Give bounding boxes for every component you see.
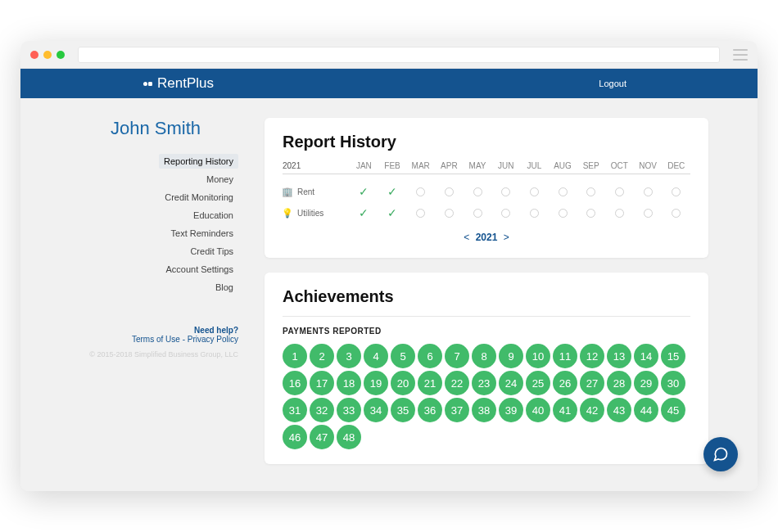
badges-grid: 1234567891011121314151617181920212223242… bbox=[283, 344, 690, 449]
sidebar: John Smith Reporting HistoryMoneyCredit … bbox=[20, 98, 250, 491]
sidebar-item-credit-tips[interactable]: Credit Tips bbox=[20, 244, 238, 259]
achievement-badge: 31 bbox=[283, 398, 307, 422]
month-header: OCT bbox=[605, 161, 634, 170]
need-help-link[interactable]: Need help? bbox=[20, 326, 238, 335]
achievement-badge: 27 bbox=[580, 371, 604, 395]
sidebar-item-blog[interactable]: Blog bbox=[20, 280, 238, 295]
status-cell bbox=[406, 209, 435, 218]
empty-circle-icon bbox=[615, 187, 624, 196]
achievement-badge: 36 bbox=[418, 398, 442, 422]
achievement-badge: 28 bbox=[607, 371, 631, 395]
status-cell bbox=[406, 187, 435, 196]
year-prev-button[interactable]: < bbox=[460, 232, 473, 243]
brand-text: RentPlus bbox=[157, 75, 214, 92]
month-header: JAN bbox=[350, 161, 378, 170]
year-next-button[interactable]: > bbox=[500, 232, 513, 243]
achievement-badge: 35 bbox=[391, 398, 415, 422]
status-cell: ✓ bbox=[378, 185, 407, 198]
month-header: NOV bbox=[634, 161, 663, 170]
sidebar-item-text-reminders[interactable]: Text Reminders bbox=[20, 226, 238, 241]
achievement-badge: 39 bbox=[499, 398, 523, 422]
main: Report History 2021 JANFEBMARAPRMAYJUNJU… bbox=[250, 98, 758, 491]
check-icon: ✓ bbox=[359, 206, 369, 219]
achievement-badge: 2 bbox=[310, 344, 334, 368]
achievement-badge: 42 bbox=[580, 398, 604, 422]
empty-circle-icon bbox=[416, 209, 425, 218]
status-cell: ✓ bbox=[378, 206, 407, 219]
status-cell bbox=[549, 209, 577, 218]
status-cell bbox=[605, 209, 634, 218]
achievement-badge: 48 bbox=[337, 425, 361, 449]
table-row: 🏢Rent✓✓ bbox=[283, 181, 690, 202]
check-icon: ✓ bbox=[359, 185, 369, 198]
empty-circle-icon bbox=[644, 187, 653, 196]
sidebar-item-reporting-history[interactable]: Reporting History bbox=[159, 154, 238, 169]
empty-circle-icon bbox=[416, 187, 425, 196]
terms-link[interactable]: Terms of Use bbox=[132, 335, 180, 344]
empty-circle-icon bbox=[530, 209, 539, 218]
month-header: AUG bbox=[549, 161, 577, 170]
page: John Smith Reporting HistoryMoneyCredit … bbox=[20, 98, 758, 491]
window-maximize-icon[interactable] bbox=[57, 51, 65, 59]
status-cell bbox=[549, 187, 577, 196]
row-label: 💡Utilities bbox=[283, 208, 350, 218]
empty-circle-icon bbox=[501, 187, 510, 196]
address-bar[interactable] bbox=[78, 47, 720, 63]
report-table-head: 2021 JANFEBMARAPRMAYJUNJULAUGSEPOCTNOVDE… bbox=[283, 161, 690, 174]
achievement-badge: 17 bbox=[310, 371, 334, 395]
achievements-title: Achievements bbox=[283, 287, 690, 306]
month-header: JUL bbox=[520, 161, 549, 170]
copyright: © 2015-2018 Simplified Business Group, L… bbox=[20, 350, 238, 360]
row-label-text: Utilities bbox=[297, 209, 323, 218]
table-row: 💡Utilities✓✓ bbox=[283, 202, 690, 223]
month-header: DEC bbox=[662, 161, 690, 170]
row-label: 🏢Rent bbox=[283, 187, 350, 196]
row-label-text: Rent bbox=[297, 187, 314, 196]
window-close-icon[interactable] bbox=[30, 51, 38, 59]
logout-link[interactable]: Logout bbox=[599, 79, 626, 88]
sidebar-item-credit-monitoring[interactable]: Credit Monitoring bbox=[20, 190, 238, 205]
month-header: MAR bbox=[406, 161, 435, 170]
empty-circle-icon bbox=[559, 209, 568, 218]
achievement-badge: 14 bbox=[634, 344, 658, 368]
year-label: 2021 bbox=[283, 161, 350, 170]
achievement-badge: 13 bbox=[607, 344, 631, 368]
empty-circle-icon bbox=[586, 209, 595, 218]
status-cell bbox=[577, 187, 605, 196]
achievement-badge: 29 bbox=[634, 371, 658, 395]
status-cell bbox=[634, 209, 663, 218]
status-cell bbox=[662, 187, 690, 196]
achievement-badge: 18 bbox=[337, 371, 361, 395]
sidebar-item-account-settings[interactable]: Account Settings bbox=[20, 262, 238, 277]
sidebar-item-money[interactable]: Money bbox=[20, 172, 238, 187]
achievement-badge: 30 bbox=[661, 371, 685, 395]
achievement-badge: 1 bbox=[283, 344, 307, 368]
sidebar-nav: Reporting HistoryMoneyCredit MonitoringE… bbox=[20, 154, 238, 295]
empty-circle-icon bbox=[586, 187, 595, 196]
brand[interactable]: RentPlus bbox=[143, 75, 214, 92]
page-title: John Smith bbox=[111, 118, 238, 139]
month-header: SEP bbox=[577, 161, 605, 170]
empty-circle-icon bbox=[530, 187, 539, 196]
sidebar-item-education[interactable]: Education bbox=[20, 208, 238, 223]
achievement-badge: 38 bbox=[472, 398, 496, 422]
achievement-badge: 19 bbox=[364, 371, 388, 395]
achievement-badge: 16 bbox=[283, 371, 307, 395]
achievement-badge: 44 bbox=[634, 398, 658, 422]
browser-chrome bbox=[20, 41, 758, 69]
window-minimize-icon[interactable] bbox=[43, 51, 52, 59]
help-block: Need help? Terms of Use - Privacy Policy bbox=[20, 326, 238, 344]
chat-fab[interactable] bbox=[703, 437, 738, 471]
privacy-link[interactable]: Privacy Policy bbox=[188, 335, 238, 344]
status-cell: ✓ bbox=[350, 185, 378, 198]
achievement-badge: 37 bbox=[445, 398, 469, 422]
achievement-badge: 43 bbox=[607, 398, 631, 422]
report-title: Report History bbox=[283, 133, 690, 151]
month-header: APR bbox=[435, 161, 464, 170]
report-table: 2021 JANFEBMARAPRMAYJUNJULAUGSEPOCTNOVDE… bbox=[283, 161, 690, 223]
topbar: RentPlus Logout bbox=[20, 69, 758, 98]
year-nav: < 2021 > bbox=[283, 232, 690, 243]
hamburger-icon[interactable] bbox=[733, 49, 748, 61]
status-cell bbox=[577, 209, 605, 218]
achievement-badge: 41 bbox=[553, 398, 577, 422]
